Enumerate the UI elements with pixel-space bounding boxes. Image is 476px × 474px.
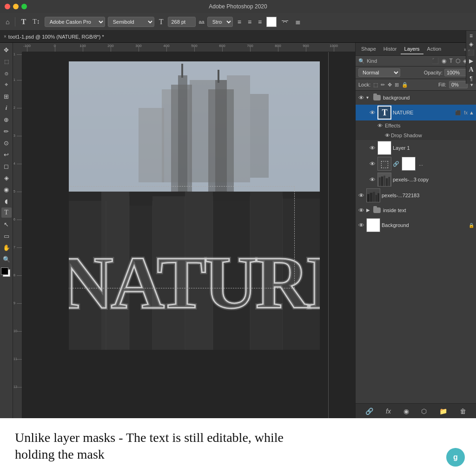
expand-icon-background-group[interactable]: ▾ — [366, 95, 372, 100]
eraser-tool[interactable]: ◻ — [1, 161, 12, 171]
svg-rect-4 — [250, 94, 269, 178]
tab-shape[interactable]: Shape — [357, 44, 380, 54]
new-group-icon[interactable]: 📁 — [439, 407, 447, 415]
minimize-button[interactable] — [13, 4, 19, 9]
layer-row-nature-text[interactable]: 👁 T NATURE ⬛ fx ▲ — [356, 105, 476, 120]
text-type-icon[interactable]: T — [19, 17, 28, 27]
blur-tool[interactable]: ◉ — [1, 184, 12, 194]
visibility-eye-effects[interactable]: 👁 — [376, 122, 383, 129]
tab-action[interactable]: Action — [423, 44, 445, 54]
dock-play-icon[interactable]: ▶ — [469, 58, 473, 64]
filter-adjust-icon[interactable]: ◉ — [442, 58, 446, 64]
warp-text-icon[interactable]: ⌤ — [279, 17, 291, 27]
dodge-tool[interactable]: ◖ — [1, 196, 12, 206]
delete-layer-icon[interactable]: 🗑 — [460, 407, 466, 415]
visibility-eye-drop-shadow[interactable]: 👁 — [383, 132, 391, 139]
dock-layers-icon[interactable]: ≡ — [469, 33, 473, 39]
shape-tool[interactable]: ▭ — [1, 231, 12, 241]
foreground-color[interactable] — [1, 267, 8, 275]
zoom-tool[interactable]: 🔍 — [1, 254, 12, 264]
filter-text-icon[interactable]: T — [449, 58, 452, 64]
align-right-icon[interactable]: ≡ — [256, 17, 264, 27]
canvas-body: 1123456789101112 — [13, 52, 355, 418]
expand-icon-inside-text[interactable]: ▶ — [366, 207, 372, 213]
antialiasing-dropdown[interactable]: Strong — [207, 17, 233, 27]
align-left-icon[interactable]: ≡ — [236, 17, 243, 27]
dock-swatches-icon[interactable]: ⬛ — [468, 49, 475, 56]
opacity-input[interactable] — [444, 69, 468, 76]
gradient-tool[interactable]: ◈ — [1, 173, 12, 183]
filter-shape-icon[interactable]: ⬡ — [456, 58, 460, 64]
history-brush-tool[interactable]: ↩ — [1, 149, 12, 160]
text-size-icon[interactable]: T↕ — [31, 17, 42, 27]
visibility-eye-background-group[interactable]: 👁 — [357, 94, 365, 101]
pen-tool[interactable]: T — [1, 207, 12, 218]
tab-layers[interactable]: Layers — [401, 44, 423, 54]
layer-row-linked[interactable]: 👁 ⬚ 🔗 ... — [356, 156, 476, 172]
brush-tool[interactable]: ✏ — [1, 126, 12, 136]
visibility-eye-nature[interactable]: 👁 — [369, 109, 376, 116]
lock-all-icon[interactable]: 🔒 — [402, 82, 408, 88]
font-family-dropdown[interactable]: Adobe Caslon Pro — [45, 17, 105, 27]
heal-tool[interactable]: ⊕ — [1, 114, 12, 125]
layer-row-background-group[interactable]: 👁 ▾ background — [356, 91, 476, 105]
lock-transparent-icon[interactable]: ⬚ — [373, 82, 378, 88]
visibility-eye-bg-layer[interactable]: 👁 — [357, 221, 365, 229]
lasso-tool[interactable]: ⌾ — [1, 68, 12, 78]
character-panel-icon[interactable]: ≣ — [293, 17, 303, 27]
maximize-button[interactable] — [21, 4, 27, 9]
layer-row-pexels-orig[interactable]: 👁 pexels-...722183 — [356, 187, 476, 203]
tab-close-button[interactable]: × — [4, 34, 7, 39]
canvas-scroll-area[interactable]: NATURE NATURE NATURE — [22, 52, 355, 418]
tab-label[interactable]: toot1-1.psd @ 100% (NATURE, RGB/8*) * — [8, 34, 104, 40]
visibility-eye-inside-text[interactable]: 👁 — [357, 207, 365, 214]
layer-arrow-up[interactable]: ▲ — [469, 110, 474, 115]
visibility-eye-pexels-orig[interactable]: 👁 — [357, 192, 365, 199]
add-adjustment-icon[interactable]: ⬡ — [421, 407, 427, 415]
tab-history[interactable]: Histor — [380, 44, 401, 54]
close-button[interactable] — [5, 4, 10, 9]
layer-row-layer1[interactable]: 👁 Layer 1 — [356, 140, 476, 156]
font-size-input[interactable] — [168, 17, 196, 27]
layer-row-pexels-copy[interactable]: 👁 pexels-...3 copy — [356, 172, 476, 187]
color-boxes[interactable] — [1, 267, 12, 279]
dock-color-icon[interactable]: ◈ — [469, 41, 473, 47]
layer-name-bg: Background — [382, 222, 467, 228]
layer-row-bg-layer[interactable]: 👁 Background 🔒 — [356, 217, 476, 233]
eyedropper-tool[interactable]: 𝒊 — [1, 103, 12, 113]
fx-icon-nature[interactable]: fx — [464, 110, 468, 115]
folder-icon-background-group — [373, 95, 381, 100]
lock-artboard-icon[interactable]: ⊞ — [395, 82, 399, 88]
visibility-eye-linked[interactable]: 👁 — [369, 160, 376, 167]
layer-row-inside-text[interactable]: 👁 ▶ inside text — [356, 203, 476, 217]
clone-tool[interactable]: ⊙ — [1, 138, 12, 148]
crop-tool[interactable]: ⊞ — [1, 91, 12, 101]
font-style-dropdown[interactable]: Semibold — [108, 17, 154, 27]
link-layers-icon[interactable]: 🔗 — [365, 407, 373, 415]
rectangle-select-tool[interactable]: ⬚ — [1, 56, 12, 67]
dock-para-icon[interactable]: ¶ — [469, 75, 472, 82]
text-color-swatch[interactable] — [266, 17, 277, 27]
fill-input[interactable] — [449, 81, 468, 88]
home-icon[interactable]: ⌂ — [4, 17, 11, 27]
magic-wand-tool[interactable]: ⌖ — [1, 80, 12, 90]
watermark-letter: g — [453, 453, 458, 461]
align-center-icon[interactable]: ≡ — [246, 17, 253, 27]
svg-rect-41 — [376, 195, 377, 202]
dock-char-icon[interactable]: A — [469, 66, 473, 73]
lock-image-icon[interactable]: ✏ — [381, 82, 385, 88]
layer-name-inside-text: inside text — [383, 207, 474, 213]
blend-mode-dropdown[interactable]: Normal — [358, 68, 400, 77]
lock-position-icon[interactable]: ✥ — [388, 82, 392, 88]
add-fx-icon[interactable]: fx — [386, 407, 391, 415]
add-mask-icon[interactable]: ◉ — [403, 407, 409, 415]
direct-select-tool[interactable]: ↖ — [1, 219, 12, 229]
layer-more-dots[interactable]: ... — [419, 161, 423, 167]
visibility-eye-pexels-copy[interactable]: 👁 — [369, 176, 376, 183]
visibility-eye-layer1[interactable]: 👁 — [369, 144, 376, 152]
hand-tool[interactable]: ✋ — [1, 242, 12, 253]
canvas-image: NATURE NATURE NATURE — [69, 61, 320, 350]
layer-thumb-smart: ⬚ — [377, 157, 391, 171]
filter-pixel-icon[interactable]: ⬛ — [432, 58, 439, 64]
move-tool[interactable]: ✥ — [1, 45, 12, 55]
